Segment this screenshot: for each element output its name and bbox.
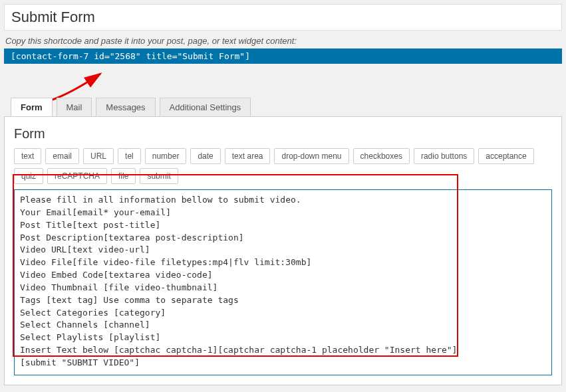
arrow-annotation — [44, 70, 562, 97]
form-editor[interactable]: Please fill in all information bellow to… — [14, 189, 552, 375]
tag-button-recaptcha[interactable]: reCAPTCHA — [47, 168, 107, 184]
shortcode-display[interactable]: [contact-form-7 id="2568" title="Submit … — [4, 49, 562, 64]
tag-button-submit[interactable]: submit — [140, 168, 178, 184]
tag-button-number[interactable]: number — [145, 148, 187, 164]
tabs-container: FormMailMessagesAdditional Settings Form… — [4, 97, 562, 385]
tag-generator-buttons: textemailURLtelnumberdatetext areadrop-d… — [14, 148, 552, 184]
tabs-list: FormMailMessagesAdditional Settings — [4, 98, 562, 117]
tab-messages[interactable]: Messages — [96, 98, 155, 117]
tag-button-text[interactable]: text — [14, 148, 41, 164]
panel-heading: Form — [14, 126, 552, 142]
form-title-box: Submit Form — [4, 4, 562, 31]
tag-button-text-area[interactable]: text area — [225, 148, 271, 164]
tab-mail[interactable]: Mail — [57, 98, 92, 117]
tab-additional-settings[interactable]: Additional Settings — [160, 98, 251, 117]
shortcode-instruction: Copy this shortcode and paste it into yo… — [5, 36, 561, 46]
tag-button-tel[interactable]: tel — [118, 148, 141, 164]
tag-button-email[interactable]: email — [45, 148, 79, 164]
tag-button-acceptance[interactable]: acceptance — [478, 148, 533, 164]
tag-button-checkboxes[interactable]: checkboxes — [353, 148, 410, 164]
form-title: Submit Form — [11, 9, 555, 26]
tag-button-date[interactable]: date — [190, 148, 220, 164]
tag-button-drop-down-menu[interactable]: drop-down menu — [274, 148, 349, 164]
tag-button-radio-buttons[interactable]: radio buttons — [414, 148, 474, 164]
tab-form[interactable]: Form — [11, 98, 53, 117]
tag-button-quiz[interactable]: quiz — [14, 168, 43, 184]
tag-button-file[interactable]: file — [111, 168, 136, 184]
tag-button-url[interactable]: URL — [83, 148, 114, 164]
form-panel: Form textemailURLtelnumberdatetext aread… — [4, 116, 562, 385]
